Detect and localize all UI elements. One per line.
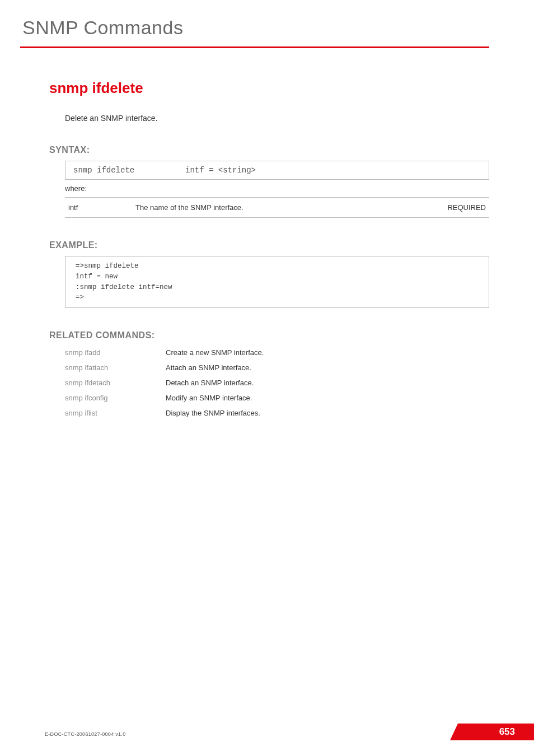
param-name: intf	[65, 198, 132, 218]
command-title: snmp ifdelete	[49, 80, 489, 97]
page-number-badge: 653	[450, 724, 534, 740]
document-id: E-DOC-CTC-20061027-0004 v1.0	[45, 731, 125, 737]
related-command-desc: Display the SNMP interfaces.	[166, 409, 260, 417]
page-footer: E-DOC-CTC-20061027-0004 v1.0 653	[45, 731, 534, 737]
related-command-name: snmp ifadd	[65, 348, 166, 357]
related-command-name: snmp ifdetach	[65, 379, 166, 387]
table-row: intf The name of the SNMP interface. REQ…	[65, 198, 489, 218]
related-command-desc: Create a new SNMP interface.	[166, 348, 264, 357]
related-heading: RELATED COMMANDS:	[49, 330, 489, 340]
related-command-name: snmp iflist	[65, 409, 166, 417]
list-item: snmp ifconfig Modify an SNMP interface.	[65, 394, 489, 402]
page: SNMP Commands snmp ifdelete Delete an SN…	[0, 0, 534, 756]
command-description: Delete an SNMP interface.	[65, 114, 489, 123]
list-item: snmp ifattach Attach an SNMP interface.	[65, 363, 489, 372]
syntax-arguments: intf = <string>	[185, 166, 256, 175]
related-command-desc: Detach an SNMP interface.	[166, 379, 254, 387]
related-commands: snmp ifadd Create a new SNMP interface. …	[65, 348, 489, 417]
param-required: REQUIRED	[422, 198, 489, 218]
list-item: snmp ifdetach Detach an SNMP interface.	[65, 379, 489, 387]
parameter-table: intf The name of the SNMP interface. REQ…	[65, 197, 489, 218]
related-command-name: snmp ifconfig	[65, 394, 166, 402]
page-number-shape: 653	[450, 724, 534, 740]
related-command-name: snmp ifattach	[65, 363, 166, 372]
related-command-desc: Attach an SNMP interface.	[166, 363, 251, 372]
page-number: 653	[499, 726, 515, 738]
param-description: The name of the SNMP interface.	[132, 198, 422, 218]
syntax-box: snmp ifdelete intf = <string>	[65, 161, 489, 180]
syntax-heading: SYNTAX:	[49, 145, 489, 155]
chapter-divider	[20, 46, 489, 48]
list-item: snmp ifadd Create a new SNMP interface.	[65, 348, 489, 357]
syntax-command: snmp ifdelete	[73, 166, 185, 175]
where-label: where:	[65, 184, 489, 193]
list-item: snmp iflist Display the SNMP interfaces.	[65, 409, 489, 417]
chapter-title: SNMP Commands	[22, 17, 489, 39]
example-heading: EXAMPLE:	[49, 240, 489, 250]
related-command-desc: Modify an SNMP interface.	[166, 394, 252, 402]
example-box: =>snmp ifdelete intf = new :snmp ifdelet…	[65, 256, 489, 308]
